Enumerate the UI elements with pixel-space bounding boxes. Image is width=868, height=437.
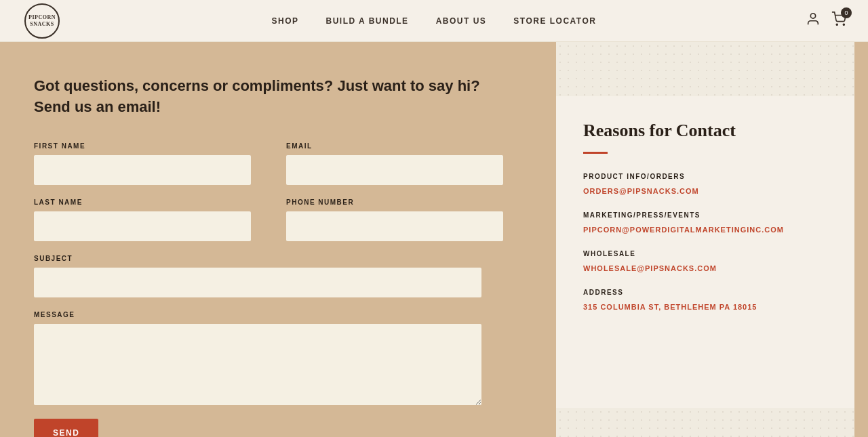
nav-icons: 0	[806, 12, 846, 30]
navbar: PIPCORNSNACKS SHOP BUILD A BUNDLE ABOUT …	[0, 0, 868, 42]
nav-shop[interactable]: SHOP	[272, 16, 299, 26]
email-group: EMAIL	[286, 142, 522, 185]
nav-build-bundle[interactable]: BUILD A BUNDLE	[326, 16, 409, 26]
form-row-2: LAST NAME PHONE NUMBER	[34, 199, 522, 241]
email-label: EMAIL	[286, 142, 522, 150]
right-panel: Reasons for Contact PRODUCT INFO/ORDERS …	[556, 42, 854, 437]
phone-input[interactable]	[286, 211, 503, 241]
nav-about-us[interactable]: ABOUT US	[436, 16, 487, 26]
reason-item-0: PRODUCT INFO/ORDERS ORDERS@PIPSNACKS.COM	[583, 173, 827, 196]
nav-links: SHOP BUILD A BUNDLE ABOUT US STORE LOCAT…	[272, 16, 597, 26]
svg-point-0	[810, 14, 815, 18]
logo[interactable]: PIPCORNSNACKS	[22, 1, 62, 41]
subject-label: SUBJECT	[34, 255, 522, 262]
reason-item-3: ADDRESS 315 COLUMBIA ST, BETHLEHEM PA 18…	[583, 289, 827, 312]
message-label: MESSAGE	[34, 311, 522, 318]
right-panel-inner: Reasons for Contact PRODUCT INFO/ORDERS …	[556, 96, 854, 408]
reason-category-3: ADDRESS	[583, 289, 827, 296]
first-name-label: FIRST NAME	[34, 142, 270, 150]
first-name-input[interactable]	[34, 155, 251, 185]
main-content: Got questions, concerns or compliments? …	[0, 42, 868, 437]
reason-category-2: WHOLESALE	[583, 250, 827, 257]
reason-item-1: MARKETING/PRESS/EVENTS PIPCORN@POWERDIGI…	[583, 211, 827, 235]
reason-contact-1[interactable]: PIPCORN@POWERDIGITALMARKETINGINC.COM	[583, 226, 784, 234]
reason-contact-3[interactable]: 315 COLUMBIA ST, BETHLEHEM PA 18015	[583, 303, 757, 311]
first-name-group: FIRST NAME	[34, 142, 270, 185]
form-section: Got questions, concerns or compliments? …	[0, 42, 556, 437]
nav-store-locator[interactable]: STORE LOCATOR	[513, 16, 596, 26]
send-button[interactable]: SEND	[34, 419, 98, 437]
reason-contact-0[interactable]: ORDERS@PIPSNACKS.COM	[583, 187, 699, 195]
reason-contact-2[interactable]: WHOLESALE@PIPSNACKS.COM	[583, 264, 717, 272]
account-icon[interactable]	[806, 12, 821, 30]
message-group: MESSAGE	[34, 311, 522, 405]
reason-category-0: PRODUCT INFO/ORDERS	[583, 173, 827, 180]
svg-point-1	[836, 24, 837, 25]
reasons-title: Reasons for Contact	[583, 121, 827, 141]
phone-group: PHONE NUMBER	[286, 199, 522, 241]
reason-item-2: WHOLESALE WHOLESALE@PIPSNACKS.COM	[583, 250, 827, 274]
email-input[interactable]	[286, 155, 503, 185]
cart-badge: 0	[841, 7, 852, 18]
last-name-label: LAST NAME	[34, 199, 270, 206]
subject-input[interactable]	[34, 268, 481, 297]
form-row-1: FIRST NAME EMAIL	[34, 142, 522, 185]
form-headline: Got questions, concerns or compliments? …	[34, 76, 522, 118]
reason-category-1: MARKETING/PRESS/EVENTS	[583, 211, 827, 219]
logo-circle: PIPCORNSNACKS	[24, 3, 60, 39]
last-name-group: LAST NAME	[34, 199, 270, 241]
last-name-input[interactable]	[34, 211, 251, 241]
cart-icon[interactable]: 0	[831, 12, 846, 30]
reasons-divider	[583, 152, 608, 154]
message-textarea[interactable]	[34, 324, 481, 405]
phone-label: PHONE NUMBER	[286, 199, 522, 206]
svg-point-2	[843, 24, 844, 25]
subject-group: SUBJECT	[34, 255, 522, 297]
reasons-card: Reasons for Contact PRODUCT INFO/ORDERS …	[556, 96, 854, 408]
